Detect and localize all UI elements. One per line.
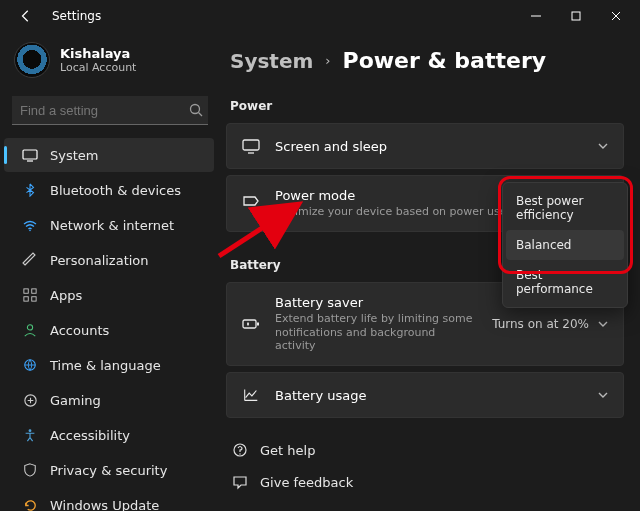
chevron-down-icon [597,389,609,401]
svg-rect-14 [257,322,259,325]
dropdown-item-best-performance[interactable]: Best performance [506,260,624,304]
nav-item-time[interactable]: Time & language [4,348,214,382]
svg-point-3 [29,230,31,232]
nav-label: Accounts [50,323,109,338]
globe-icon [22,357,38,373]
page-title: Power & battery [343,48,547,73]
link-label: Give feedback [260,475,353,490]
search-box[interactable] [12,96,208,125]
battery-saver-value: Turns on at 20% [492,317,589,331]
nav-label: System [50,148,98,163]
help-icon [232,442,248,458]
window-controls [516,2,636,30]
close-button[interactable] [596,2,636,30]
nav-label: Personalization [50,253,149,268]
card-battery-usage[interactable]: Battery usage [226,372,624,418]
system-icon [22,147,38,163]
profile-subtitle: Local Account [60,61,136,74]
nav-label: Accessibility [50,428,130,443]
nav-item-accounts[interactable]: Accounts [4,313,214,347]
chevron-right-icon: › [325,53,330,68]
search-input[interactable] [20,103,188,118]
nav-label: Privacy & security [50,463,167,478]
card-desc: Extend battery life by limiting some not… [275,312,478,353]
nav-item-privacy[interactable]: Privacy & security [4,453,214,487]
dropdown-item-best-efficiency[interactable]: Best power efficiency [506,186,624,230]
card-title: Battery saver [275,295,478,310]
apps-icon [22,287,38,303]
titlebar: Settings [0,0,640,32]
svg-rect-7 [32,297,36,301]
nav-label: Network & internet [50,218,174,233]
back-button[interactable] [14,4,38,28]
chevron-down-icon [597,140,609,152]
link-label: Get help [260,443,315,458]
profile-name: Kishalaya [60,46,136,61]
nav-item-gaming[interactable]: Gaming [4,383,214,417]
nav-label: Time & language [50,358,161,373]
nav-label: Windows Update [50,498,159,512]
svg-rect-13 [243,320,256,328]
bluetooth-icon [22,182,38,198]
nav-item-apps[interactable]: Apps [4,278,214,312]
breadcrumb-parent[interactable]: System [230,49,313,73]
svg-rect-6 [24,297,28,301]
svg-rect-2 [23,150,37,159]
svg-point-1 [191,105,200,114]
card-title: Battery usage [275,388,583,403]
maximize-button[interactable] [556,2,596,30]
nav-label: Gaming [50,393,101,408]
get-help-link[interactable]: Get help [226,434,624,466]
wifi-icon [22,217,38,233]
nav-list: System Bluetooth & devices Network & int… [0,137,220,511]
nav-item-personalization[interactable]: Personalization [4,243,214,277]
card-title: Screen and sleep [275,139,583,154]
avatar [14,42,50,78]
sidebar: Kishalaya Local Account System Bluetooth… [0,32,220,511]
nav-item-accessibility[interactable]: Accessibility [4,418,214,452]
svg-point-11 [29,429,32,432]
gaming-icon [22,392,38,408]
nav-label: Bluetooth & devices [50,183,181,198]
window-title: Settings [52,9,101,23]
nav-item-system[interactable]: System [4,138,214,172]
power-mode-icon [241,193,261,213]
help-links: Get help Give feedback [226,434,624,498]
chart-icon [241,385,261,405]
svg-rect-12 [243,140,259,150]
brush-icon [22,252,38,268]
section-power-label: Power [230,99,624,113]
nav-item-update[interactable]: Windows Update [4,488,214,511]
accessibility-icon [22,427,38,443]
card-screen-sleep[interactable]: Screen and sleep [226,123,624,169]
nav-item-bluetooth[interactable]: Bluetooth & devices [4,173,214,207]
minimize-button[interactable] [516,2,556,30]
breadcrumb: System › Power & battery [230,48,624,73]
svg-point-8 [27,325,32,330]
nav-item-network[interactable]: Network & internet [4,208,214,242]
update-icon [22,497,38,511]
search-icon [188,102,204,118]
nav-label: Apps [50,288,82,303]
svg-rect-4 [24,289,28,293]
give-feedback-link[interactable]: Give feedback [226,466,624,498]
svg-point-16 [239,453,240,454]
screen-icon [241,136,261,156]
chevron-down-icon [597,318,609,330]
power-mode-dropdown[interactable]: Best power efficiency Balanced Best perf… [502,182,628,308]
battery-saver-icon [241,314,261,334]
profile-block[interactable]: Kishalaya Local Account [0,38,220,90]
feedback-icon [232,474,248,490]
person-icon [22,322,38,338]
svg-rect-0 [572,12,580,20]
svg-rect-5 [32,289,36,293]
dropdown-item-balanced[interactable]: Balanced [506,230,624,260]
shield-icon [22,462,38,478]
